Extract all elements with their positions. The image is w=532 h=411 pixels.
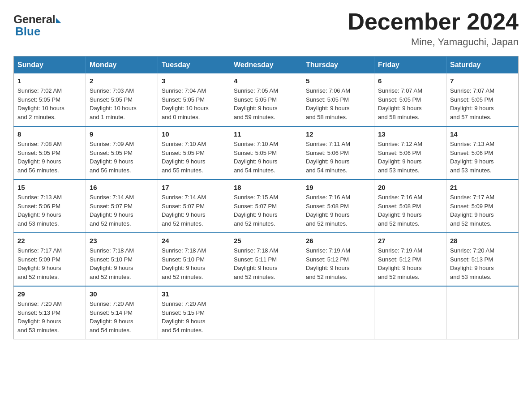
day-number: 22	[17, 237, 82, 244]
logo-blue-text: Blue	[13, 25, 40, 39]
day-number: 23	[90, 237, 154, 244]
day-info: Sunrise: 7:16 AMSunset: 5:08 PMDaylight:…	[306, 193, 370, 228]
calendar-cell: 30Sunrise: 7:20 AMSunset: 5:14 PMDayligh…	[86, 286, 158, 339]
day-number: 24	[162, 237, 226, 244]
calendar-cell: 6Sunrise: 7:07 AMSunset: 5:05 PMDaylight…	[374, 73, 446, 126]
day-number: 8	[17, 130, 82, 138]
day-number: 20	[378, 184, 442, 191]
day-number: 14	[450, 130, 515, 138]
calendar-cell: 9Sunrise: 7:09 AMSunset: 5:05 PMDaylight…	[86, 126, 158, 180]
calendar-week-3: 15Sunrise: 7:13 AMSunset: 5:06 PMDayligh…	[14, 180, 519, 233]
calendar-header-row: Sunday Monday Tuesday Wednesday Thursday…	[14, 56, 519, 74]
calendar-cell: 11Sunrise: 7:10 AMSunset: 5:05 PMDayligh…	[230, 126, 302, 180]
day-number: 2	[90, 77, 154, 85]
day-info: Sunrise: 7:11 AMSunset: 5:06 PMDaylight:…	[306, 140, 370, 175]
header-wednesday: Wednesday	[230, 56, 302, 74]
calendar-cell: 7Sunrise: 7:07 AMSunset: 5:05 PMDaylight…	[446, 73, 519, 126]
calendar-cell: 18Sunrise: 7:15 AMSunset: 5:07 PMDayligh…	[230, 180, 302, 233]
calendar-week-1: 1Sunrise: 7:02 AMSunset: 5:05 PMDaylight…	[14, 73, 519, 126]
day-info: Sunrise: 7:14 AMSunset: 5:07 PMDaylight:…	[162, 193, 226, 228]
calendar-cell: 14Sunrise: 7:13 AMSunset: 5:06 PMDayligh…	[446, 126, 519, 180]
day-number: 31	[162, 290, 226, 298]
day-number: 26	[306, 237, 370, 244]
day-info: Sunrise: 7:02 AMSunset: 5:05 PMDaylight:…	[17, 86, 82, 121]
day-number: 4	[234, 77, 298, 85]
calendar-cell: 16Sunrise: 7:14 AMSunset: 5:07 PMDayligh…	[86, 180, 158, 233]
day-number: 25	[234, 237, 298, 244]
calendar-week-2: 8Sunrise: 7:08 AMSunset: 5:05 PMDaylight…	[14, 126, 519, 180]
day-info: Sunrise: 7:07 AMSunset: 5:05 PMDaylight:…	[378, 86, 442, 121]
day-info: Sunrise: 7:17 AMSunset: 5:09 PMDaylight:…	[17, 246, 82, 281]
day-info: Sunrise: 7:10 AMSunset: 5:05 PMDaylight:…	[162, 140, 226, 175]
day-info: Sunrise: 7:04 AMSunset: 5:05 PMDaylight:…	[162, 86, 226, 121]
day-info: Sunrise: 7:13 AMSunset: 5:06 PMDaylight:…	[17, 193, 82, 228]
calendar-table: Sunday Monday Tuesday Wednesday Thursday…	[13, 56, 519, 339]
day-info: Sunrise: 7:07 AMSunset: 5:05 PMDaylight:…	[450, 86, 515, 121]
calendar-cell: 22Sunrise: 7:17 AMSunset: 5:09 PMDayligh…	[14, 233, 86, 286]
day-number: 21	[450, 184, 515, 191]
day-info: Sunrise: 7:18 AMSunset: 5:10 PMDaylight:…	[162, 246, 226, 281]
calendar-cell: 12Sunrise: 7:11 AMSunset: 5:06 PMDayligh…	[302, 126, 374, 180]
calendar-cell	[374, 286, 446, 339]
logo-arrow-icon	[56, 18, 61, 23]
day-info: Sunrise: 7:17 AMSunset: 5:09 PMDaylight:…	[450, 193, 515, 228]
day-info: Sunrise: 7:12 AMSunset: 5:06 PMDaylight:…	[378, 140, 442, 175]
calendar-cell: 20Sunrise: 7:16 AMSunset: 5:08 PMDayligh…	[374, 180, 446, 233]
calendar-cell: 5Sunrise: 7:06 AMSunset: 5:05 PMDaylight…	[302, 73, 374, 126]
day-number: 9	[90, 130, 154, 138]
calendar-cell: 28Sunrise: 7:20 AMSunset: 5:13 PMDayligh…	[446, 233, 519, 286]
day-info: Sunrise: 7:20 AMSunset: 5:15 PMDaylight:…	[162, 300, 226, 334]
day-number: 18	[234, 184, 298, 191]
day-number: 5	[306, 77, 370, 85]
day-number: 7	[450, 77, 515, 85]
day-info: Sunrise: 7:16 AMSunset: 5:08 PMDaylight:…	[378, 193, 442, 228]
calendar-cell: 13Sunrise: 7:12 AMSunset: 5:06 PMDayligh…	[374, 126, 446, 180]
day-number: 13	[378, 130, 442, 138]
day-number: 28	[450, 237, 515, 244]
calendar-cell: 24Sunrise: 7:18 AMSunset: 5:10 PMDayligh…	[158, 233, 230, 286]
day-info: Sunrise: 7:14 AMSunset: 5:07 PMDaylight:…	[90, 193, 154, 228]
logo: General Blue	[13, 13, 61, 39]
day-number: 6	[378, 77, 442, 85]
calendar-cell: 23Sunrise: 7:18 AMSunset: 5:10 PMDayligh…	[86, 233, 158, 286]
day-number: 29	[17, 290, 82, 298]
calendar-cell: 21Sunrise: 7:17 AMSunset: 5:09 PMDayligh…	[446, 180, 519, 233]
day-number: 27	[378, 237, 442, 244]
calendar-cell: 29Sunrise: 7:20 AMSunset: 5:13 PMDayligh…	[14, 286, 86, 339]
calendar-week-4: 22Sunrise: 7:17 AMSunset: 5:09 PMDayligh…	[14, 233, 519, 286]
day-number: 30	[90, 290, 154, 298]
day-info: Sunrise: 7:19 AMSunset: 5:12 PMDaylight:…	[378, 246, 442, 281]
calendar-cell: 25Sunrise: 7:18 AMSunset: 5:11 PMDayligh…	[230, 233, 302, 286]
day-info: Sunrise: 7:18 AMSunset: 5:11 PMDaylight:…	[234, 246, 298, 281]
calendar-cell: 26Sunrise: 7:19 AMSunset: 5:12 PMDayligh…	[302, 233, 374, 286]
page-header: General Blue December 2024 Mine, Yamaguc…	[13, 9, 519, 48]
calendar-cell: 3Sunrise: 7:04 AMSunset: 5:05 PMDaylight…	[158, 73, 230, 126]
calendar-cell: 17Sunrise: 7:14 AMSunset: 5:07 PMDayligh…	[158, 180, 230, 233]
calendar-cell: 4Sunrise: 7:05 AMSunset: 5:05 PMDaylight…	[230, 73, 302, 126]
day-info: Sunrise: 7:15 AMSunset: 5:07 PMDaylight:…	[234, 193, 298, 228]
calendar-cell: 1Sunrise: 7:02 AMSunset: 5:05 PMDaylight…	[14, 73, 86, 126]
day-number: 10	[162, 130, 226, 138]
day-info: Sunrise: 7:03 AMSunset: 5:05 PMDaylight:…	[90, 86, 154, 121]
day-number: 16	[90, 184, 154, 191]
calendar-cell	[302, 286, 374, 339]
month-title: December 2024	[348, 9, 519, 34]
header-sunday: Sunday	[14, 56, 86, 74]
day-number: 12	[306, 130, 370, 138]
day-info: Sunrise: 7:20 AMSunset: 5:14 PMDaylight:…	[90, 300, 154, 334]
header-friday: Friday	[374, 56, 446, 74]
location-title: Mine, Yamaguchi, Japan	[348, 36, 519, 48]
header-monday: Monday	[86, 56, 158, 74]
day-info: Sunrise: 7:10 AMSunset: 5:05 PMDaylight:…	[234, 140, 298, 175]
calendar-cell	[446, 286, 519, 339]
calendar-cell	[230, 286, 302, 339]
calendar-cell: 19Sunrise: 7:16 AMSunset: 5:08 PMDayligh…	[302, 180, 374, 233]
day-info: Sunrise: 7:06 AMSunset: 5:05 PMDaylight:…	[306, 86, 370, 121]
title-block: December 2024 Mine, Yamaguchi, Japan	[348, 9, 519, 48]
day-number: 19	[306, 184, 370, 191]
day-number: 3	[162, 77, 226, 85]
calendar-cell: 27Sunrise: 7:19 AMSunset: 5:12 PMDayligh…	[374, 233, 446, 286]
calendar-cell: 31Sunrise: 7:20 AMSunset: 5:15 PMDayligh…	[158, 286, 230, 339]
day-info: Sunrise: 7:20 AMSunset: 5:13 PMDaylight:…	[450, 246, 515, 281]
day-info: Sunrise: 7:13 AMSunset: 5:06 PMDaylight:…	[450, 140, 515, 175]
